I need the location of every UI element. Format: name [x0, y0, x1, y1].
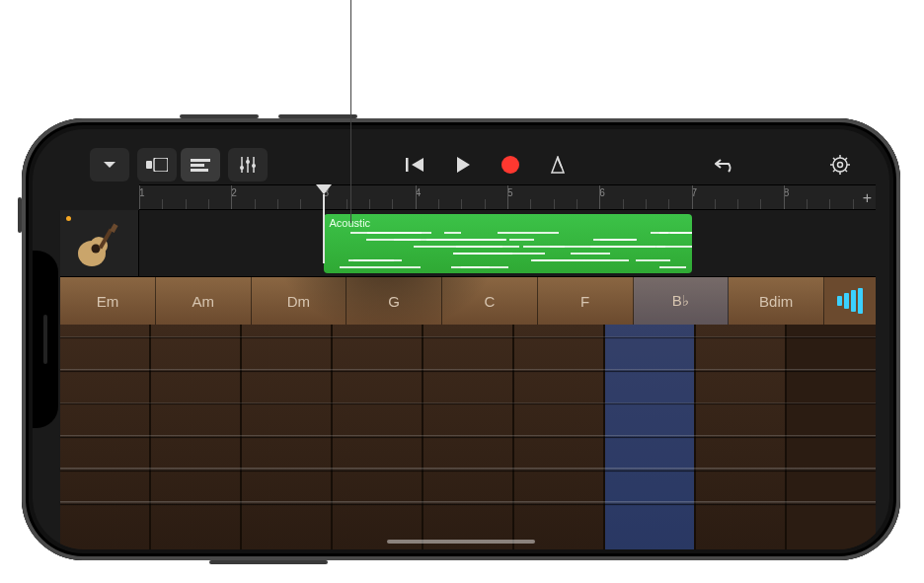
play-icon	[454, 156, 472, 174]
add-track-button[interactable]: +	[863, 189, 872, 207]
chord-label: F	[580, 293, 589, 310]
svg-rect-11	[406, 158, 409, 172]
chord-button[interactable]: B♭	[634, 277, 730, 325]
track-selected-dot	[66, 216, 71, 221]
svg-line-21	[845, 170, 847, 172]
svg-point-14	[833, 158, 847, 172]
svg-point-26	[92, 245, 101, 254]
guitar-string[interactable]	[60, 435, 876, 437]
undo-button[interactable]	[706, 148, 745, 182]
chord-label: Am	[192, 293, 214, 310]
chord-label: Em	[97, 293, 119, 310]
chord-button[interactable]: C	[442, 277, 538, 325]
timeline-ruler[interactable]: 12345678 +	[139, 184, 876, 210]
tracks-view-button[interactable]	[181, 148, 220, 182]
svg-point-12	[501, 156, 519, 174]
chord-label: C	[484, 293, 495, 310]
undo-icon	[715, 157, 736, 173]
chord-button[interactable]: Bdim	[729, 277, 824, 325]
playhead[interactable]	[316, 184, 332, 194]
svg-rect-3	[191, 164, 204, 167]
svg-line-23	[833, 170, 835, 172]
metronome-button[interactable]	[538, 148, 578, 182]
svg-point-8	[246, 160, 250, 164]
rewind-icon	[406, 157, 425, 173]
track-header[interactable]	[60, 210, 139, 276]
power-button	[209, 560, 328, 564]
acoustic-guitar-icon	[74, 222, 121, 269]
view-switch-button[interactable]	[137, 148, 177, 182]
chord-label: B♭	[672, 292, 689, 310]
chevron-down-icon	[102, 157, 117, 173]
volume-down-button	[278, 114, 357, 118]
svg-rect-2	[191, 159, 210, 162]
svg-rect-0	[146, 161, 152, 169]
settings-button[interactable]	[820, 148, 860, 182]
fretboard	[60, 325, 876, 549]
guitar-string[interactable]	[60, 501, 876, 504]
volume-up-button	[180, 114, 259, 118]
view-switch-icon	[146, 158, 168, 172]
track-row: Acoustic	[60, 210, 876, 277]
chord-button[interactable]: Am	[156, 277, 252, 325]
menu-button[interactable]	[90, 148, 129, 182]
chord-button[interactable]: Dm	[252, 277, 347, 325]
track-lane[interactable]: Acoustic	[139, 210, 876, 276]
guitar-string[interactable]	[60, 402, 876, 404]
ruler-zone: 12345678 +	[60, 184, 876, 210]
gear-icon	[830, 155, 850, 175]
chord-strip: EmAmDmGCFB♭Bdim	[60, 277, 876, 325]
guitar-string[interactable]	[60, 336, 876, 337]
home-indicator[interactable]	[387, 540, 535, 544]
callout-line	[350, 0, 351, 223]
record-button[interactable]	[491, 148, 530, 182]
chord-button[interactable]: Em	[60, 277, 156, 325]
side-button	[18, 197, 22, 233]
svg-rect-1	[154, 158, 168, 172]
playhead-marker	[316, 184, 332, 194]
svg-rect-4	[191, 169, 208, 172]
chord-label: G	[388, 293, 400, 310]
phone-frame: 12345678 + Acou	[22, 118, 900, 560]
svg-point-15	[838, 163, 843, 168]
guitar-string[interactable]	[60, 369, 876, 370]
rewind-button[interactable]	[396, 148, 435, 182]
guitar-string[interactable]	[60, 468, 876, 471]
screen: 12345678 + Acou	[33, 129, 889, 549]
audio-region[interactable]: Acoustic	[324, 214, 692, 273]
metronome-icon	[549, 156, 567, 174]
notch	[33, 251, 58, 428]
chord-button[interactable]: F	[538, 277, 634, 325]
chord-label: Bdim	[759, 293, 793, 310]
chord-button[interactable]: G	[346, 277, 442, 325]
svg-point-6	[240, 166, 244, 170]
chord-label: Dm	[287, 293, 310, 310]
tracks-icon	[191, 158, 210, 172]
mixer-button[interactable]	[228, 148, 268, 182]
record-icon	[500, 155, 520, 175]
svg-line-20	[833, 158, 835, 160]
control-bar	[90, 145, 860, 184]
svg-point-10	[252, 164, 256, 168]
svg-line-22	[845, 158, 847, 160]
mixer-icon	[239, 157, 257, 173]
play-button[interactable]	[443, 148, 483, 182]
level-meter[interactable]	[824, 277, 876, 325]
